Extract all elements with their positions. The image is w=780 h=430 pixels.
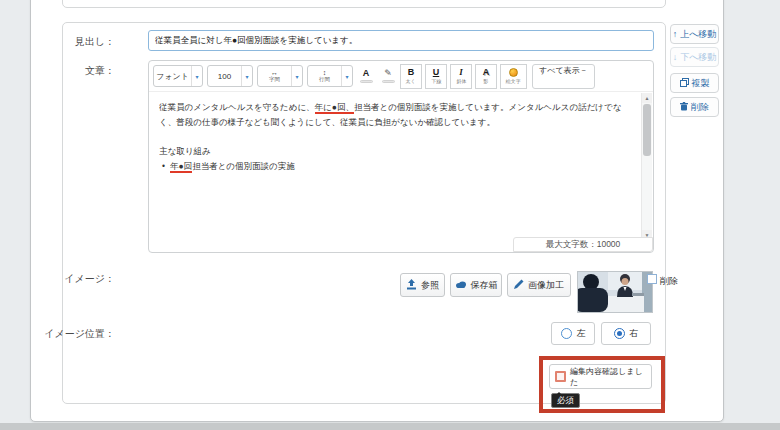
editor-content[interactable]: 従業員のメンタルヘルスを守るために、年に●回、担当者との個別面談を実施しています… [159,100,629,234]
confirm-label: 編集内容確認しました [570,366,646,388]
color-swatch [382,80,395,83]
bottom-bar [0,423,780,430]
heading-label: 見出し： [20,35,115,49]
pen-icon: ✎ [384,69,392,78]
duplicate-button[interactable]: 複製 [670,73,719,93]
savebox-button[interactable]: 保存箱 [450,273,502,297]
arrow-down-icon: ↓ [673,53,678,62]
rich-text-editor: フォント ▾ 100 ▾ ↔ 字間 ▾ ↕ 行間 ▾ [148,60,654,253]
max-chars-label: 最大文字数：10000 [513,237,653,252]
scrollbar[interactable]: ▲ ▼ [641,93,652,240]
image-position-label: イメージ位置： [20,327,115,341]
shadow-button[interactable]: A 影 [475,64,497,89]
pencil-icon [514,279,524,291]
browse-button[interactable]: 参照 [400,273,445,297]
confirm-checkbox-button[interactable]: 編集内容確認しました [549,364,652,389]
font-select-value: フォント [154,71,191,82]
text-color-button[interactable]: A [357,65,375,87]
bullet-icon: • [162,159,165,174]
shadow-glyph: A [483,68,490,77]
emoji-label: 絵文字 [506,79,521,84]
confirm-checkbox[interactable] [555,371,566,382]
heading-input[interactable] [148,30,654,51]
radio-left-label: 左 [577,327,586,340]
editor-bullet: • 年●回担当者との個別面談の実施 [159,159,629,174]
underline-button[interactable]: U 下線 [425,64,447,89]
delete-label: 削除 [691,101,709,114]
editor-toolbar: フォント ▾ 100 ▾ ↔ 字間 ▾ ↕ 行間 ▾ [149,61,653,92]
line-height-select[interactable]: ↕ 行間 ▾ [307,65,353,87]
edit-image-button[interactable]: 画像加工 [507,273,571,297]
bold-label: 太く [406,79,416,84]
italic-glyph: I [459,68,463,77]
radio-selected-icon [614,328,625,339]
highlight-pen-button[interactable]: ✎ [379,65,397,87]
delete-image-checkbox[interactable] [647,274,657,284]
emoji-icon [509,68,518,77]
arrow-up-icon: ↑ [673,30,678,39]
chevron-down-icon: ▾ [191,66,202,86]
move-down-label: 下へ移動 [680,51,716,64]
letter-spacing-label: 字間 [269,77,280,83]
line-height-label: 行間 [319,77,330,83]
move-up-button[interactable]: ↑ 上へ移動 [670,24,719,44]
show-all-button[interactable]: すべて表示－ [532,64,595,89]
color-swatch [360,80,373,83]
body-label: 文章： [20,64,115,78]
image-thumbnail [578,272,652,312]
browse-label: 参照 [421,279,439,292]
shadow-label: 影 [484,79,489,84]
required-badge: 必須 [551,393,580,408]
trash-icon [680,102,688,113]
savebox-label: 保存箱 [471,279,498,292]
emoji-button[interactable]: 絵文字 [500,64,527,89]
bold-button[interactable]: B 太く [400,64,422,89]
font-size-select[interactable]: 100 ▾ [207,65,253,87]
underline-label: 下線 [431,79,441,84]
delete-image-label: 削除 [660,275,678,288]
delete-button[interactable]: 削除 [670,97,719,117]
cloud-icon [455,280,467,291]
previous-section [62,0,666,8]
chevron-down-icon: ▾ [341,66,352,86]
editor-subheading: 主な取り組み [159,144,629,159]
page: ↑ 上へ移動 ↓ 下へ移動 複製 削除 見出し： 文章： フォント ▾ 100 … [0,0,780,430]
scroll-up-button[interactable]: ▲ [642,93,652,103]
chevron-down-icon: ▾ [241,66,252,86]
move-down-button[interactable]: ↓ 下へ移動 [670,47,719,67]
radio-left[interactable]: 左 [551,322,595,345]
radio-right[interactable]: 右 [601,322,651,345]
scroll-thumb[interactable] [643,104,651,156]
line-height-icon: ↕ [323,69,327,76]
letter-spacing-select[interactable]: ↔ 字間 ▾ [257,65,303,87]
text-color-glyph: A [363,69,370,78]
radio-right-label: 右 [630,327,639,340]
editor-paragraph: 従業員のメンタルヘルスを守るために、年に●回、担当者との個別面談を実施しています… [159,100,629,130]
marked-text: 年●回 [170,161,192,173]
font-size-value: 100 [208,72,241,81]
marked-text: 年に●回、 [315,102,354,114]
duplicate-label: 複製 [692,77,710,90]
image-label: イメージ： [20,272,115,286]
bold-glyph: B [408,68,415,77]
font-select[interactable]: フォント ▾ [153,65,203,87]
edit-image-label: 画像加工 [528,279,564,292]
chevron-down-icon: ▾ [291,66,302,86]
italic-label: 斜体 [456,79,466,84]
radio-icon [561,328,572,339]
move-up-label: 上へ移動 [680,28,716,41]
blank-line [159,130,629,144]
duplicate-icon [680,78,689,89]
letter-spacing-icon: ↔ [271,69,278,76]
upload-icon [406,279,417,292]
italic-button[interactable]: I 斜体 [450,64,472,89]
underline-glyph: U [433,68,440,77]
interview-photo [578,272,652,312]
